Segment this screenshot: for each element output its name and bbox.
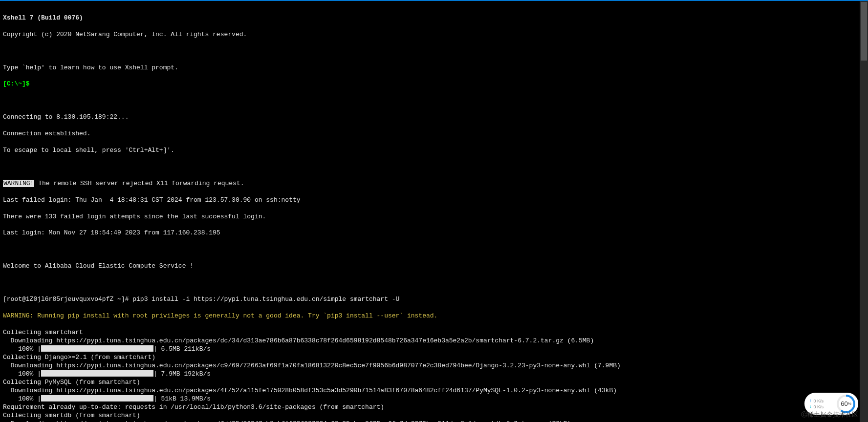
vertical-scrollbar[interactable] — [860, 1, 868, 422]
requirement-line: Requirement already up-to-date: requests… — [3, 403, 856, 412]
upload-speed-row: ↑ 0 K/s — [809, 399, 837, 403]
upload-speed: 0 K/s — [813, 399, 824, 403]
progress-line: 100% || 7.9MB 192kB/s — [3, 370, 856, 379]
download-speed: 0 K/s — [813, 404, 824, 409]
progress-bar — [41, 345, 153, 352]
download-arrow-icon: ↓ — [809, 404, 812, 409]
last-login: Last login: Mon Nov 27 18:54:49 2023 fro… — [3, 229, 856, 237]
blank-line — [3, 246, 856, 254]
pip-output: Collecting smartchart Downloading https:… — [3, 329, 856, 422]
blank-line — [3, 47, 856, 56]
blank-line — [3, 97, 856, 105]
last-failed-login: Last failed login: Thu Jan 4 18:48:31 CS… — [3, 196, 856, 205]
shell-prompt: [root@iZ0jl6r85rjeuvquxvo4pfZ ~]# — [3, 295, 132, 303]
downloading-line: Downloading https://pypi.tuna.tsinghua.e… — [3, 362, 856, 370]
downloading-line: Downloading https://pypi.tuna.tsinghua.e… — [3, 420, 856, 422]
progress-suffix: | 7.9MB 192kB/s — [153, 370, 211, 378]
connecting-text: Connecting to 8.130.105.189:22... — [3, 113, 856, 122]
progress-line: 100% || 6.5MB 211kB/s — [3, 345, 856, 354]
help-hint: Type `help' to learn how to use Xshell p… — [3, 64, 856, 72]
progress-bar — [41, 395, 153, 401]
downloading-line: Downloading https://pypi.tuna.tsinghua.e… — [3, 337, 856, 345]
failed-attempts: There were 133 failed login attempts sin… — [3, 213, 856, 221]
blank-line — [3, 163, 856, 171]
collecting-line: Collecting Django>=2.1 (from smartchart) — [3, 354, 856, 362]
warning-badge: WARNING! — [3, 180, 34, 187]
progress-suffix: | 6.5MB 211kB/s — [153, 345, 211, 353]
downloading-line: Downloading https://pypi.tuna.tsinghua.e… — [3, 387, 856, 395]
percent-value: 60 — [841, 400, 847, 407]
blank-line — [3, 279, 856, 287]
collecting-line: Collecting smartdb (from smartchart) — [3, 412, 856, 420]
percent-suffix: % — [848, 401, 851, 406]
pip-root-warning: WARNING: Running pip install with root p… — [3, 312, 856, 320]
established-text: Connection established. — [3, 130, 856, 138]
collecting-line: Collecting PyMySQL (from smartchart) — [3, 379, 856, 387]
escape-hint: To escape to local shell, press 'Ctrl+Al… — [3, 147, 856, 155]
app-title: Xshell 7 (Build 0076) — [3, 14, 856, 22]
percent-value-container: 60% — [839, 397, 853, 411]
welcome-text: Welcome to Alibaba Cloud Elastic Compute… — [3, 262, 856, 271]
shell-command-line: [root@iZ0jl6r85rjeuvquxvo4pfZ ~]# pip3 i… — [3, 295, 856, 304]
progress-prefix: 100% | — [3, 345, 41, 353]
progress-suffix: | 51kB 13.9MB/s — [153, 395, 211, 402]
pip-command: pip3 install -i https://pypi.tuna.tsingh… — [132, 295, 399, 303]
local-prompt: [C:\~]$ — [3, 80, 856, 88]
progress-prefix: 100% | — [3, 370, 41, 378]
collecting-line: Collecting smartchart — [3, 329, 856, 337]
scrollbar-thumb[interactable] — [861, 2, 867, 61]
watermark-text: Ⓒ稀土掘金技术社区 — [801, 410, 858, 419]
x11-warning: WARNING! The remote SSH server rejected … — [3, 180, 856, 188]
speed-readings: ↑ 0 K/s ↓ 0 K/s — [807, 399, 837, 409]
progress-prefix: 100% | — [3, 395, 41, 402]
progress-line: 100% || 51kB 13.9MB/s — [3, 395, 856, 403]
upload-arrow-icon: ↑ — [809, 399, 812, 403]
download-speed-row: ↓ 0 K/s — [809, 404, 837, 409]
copyright-text: Copyright (c) 2020 NetSarang Computer, I… — [3, 31, 856, 39]
terminal-output[interactable]: Xshell 7 (Build 0076) Copyright (c) 2020… — [0, 1, 859, 422]
progress-bar — [41, 370, 153, 377]
